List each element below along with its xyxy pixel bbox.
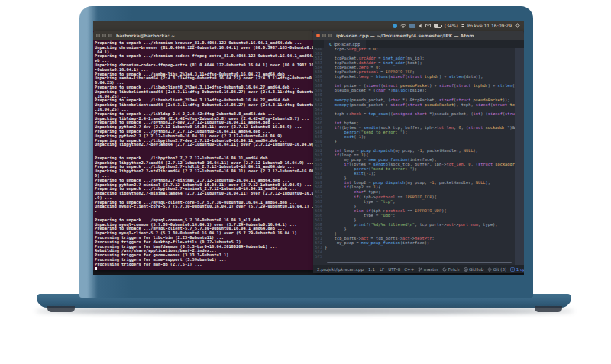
session-gear-icon[interactable] xyxy=(515,23,520,28)
battery-percentage[interactable]: (34%) xyxy=(445,23,458,28)
editor-scrollbar[interactable] xyxy=(515,48,524,265)
line-number: 562 xyxy=(313,195,322,199)
line-number: 548 xyxy=(313,130,322,134)
line-number: 575 xyxy=(313,254,322,259)
line-number: 542 xyxy=(313,102,322,107)
clock[interactable]: Po kvě 11 16:09:29 xyxy=(467,23,512,28)
mail-icon[interactable] xyxy=(425,24,431,27)
ubuntu-top-panel: (34%) Po kvě 11 16:09:29 xyxy=(93,21,524,31)
atom-status-bar: 2.projekt/ipk-scan.cpp 1:1 LFUTF-8C++mas… xyxy=(313,265,524,273)
atom-title: ipk-scan.cpp — ~/Dokumenty/4.semester/IP… xyxy=(336,33,474,38)
status-item-label: UTF-8 xyxy=(388,267,400,272)
atom-close-button[interactable] xyxy=(316,34,320,37)
code-line xyxy=(325,254,515,259)
terminal-title: barborka@barborka: ~ xyxy=(116,33,175,38)
c-file-icon: C xyxy=(329,42,332,47)
atom-titlebar[interactable]: ipk-scan.cpp — ~/Dokumenty/4.semester/IP… xyxy=(313,31,524,40)
line-number: 566 xyxy=(313,213,322,217)
tab-label: ipk-scan.cpp xyxy=(334,42,360,47)
status-item-label: LF xyxy=(380,267,384,272)
code-line: printf("%d/%s filtered\n", tcp_ports->ac… xyxy=(325,222,515,227)
line-number: 561 xyxy=(313,189,322,194)
keyboard-indicator-icon[interactable] xyxy=(409,24,415,28)
branch-icon xyxy=(418,267,422,272)
status-item-fetch[interactable]: Fetch xyxy=(442,267,459,272)
terminal-line: Unpacking libpython2.7-dev:amd64 (2.7.12… xyxy=(95,143,313,147)
terminal-line: Unpacking mysql-client-core-5.7 (5.7.30-… xyxy=(95,205,313,209)
terminal-cursor xyxy=(95,267,97,270)
code-area[interactable]: tcph->urg_ptr = 0; tcpPacket.srcAddr = i… xyxy=(325,48,515,265)
terminal-cursor-line xyxy=(95,267,313,270)
line-number: 541 xyxy=(313,98,322,102)
terminal-minimize-button[interactable] xyxy=(102,34,106,37)
terminal-maximize-button[interactable] xyxy=(108,34,112,37)
status-item-git-3-[interactable]: Git (3) xyxy=(487,267,506,272)
atom-maximize-button[interactable] xyxy=(328,34,332,37)
terminal-line: Unpacking libpython2.7-minimal:amd64 (2.… xyxy=(95,192,313,196)
line-number: 547 xyxy=(313,125,322,130)
status-item-label: 1 update xyxy=(516,267,524,272)
line-number: 569 xyxy=(313,227,322,231)
line-number: 567 xyxy=(313,217,322,222)
status-item-master[interactable]: master xyxy=(418,267,438,272)
git-icon xyxy=(487,267,492,272)
status-item-lf[interactable]: LF xyxy=(380,267,384,272)
screen: (34%) Po kvě 11 16:09:29 barborka@barbor… xyxy=(93,21,524,275)
atom-tab-bar: C ipk-scan.cpp xyxy=(313,40,524,48)
status-item-label: master xyxy=(424,267,438,272)
line-number: 563 xyxy=(313,199,322,204)
terminal-close-button[interactable] xyxy=(96,34,100,37)
terminal-window: barborka@barborka: ~ Preparing to unpack… xyxy=(93,31,313,270)
terminal-line: Preparing to unpack .../chromium-codecs-… xyxy=(95,54,313,59)
status-item-github[interactable]: GitHub xyxy=(464,267,484,272)
status-file-path[interactable]: 2.projekt/ipk-scan.cpp xyxy=(317,267,364,272)
terminal-line: Unpacking chromium-browser (81.0.4044.12… xyxy=(95,46,313,50)
status-item-label: C++ xyxy=(404,267,414,272)
status-item-label: Fetch xyxy=(448,267,460,272)
line-number: 546 xyxy=(313,121,322,125)
github-icon xyxy=(464,267,468,272)
status-right-items: LFUTF-8C++masterFetchGitHubGit (3)1 upda… xyxy=(380,267,524,272)
tab-ipk-scan-cpp[interactable]: C ipk-scan.cpp xyxy=(324,40,366,48)
terminal-titlebar[interactable]: barborka@barborka: ~ xyxy=(93,31,313,40)
terminal-line: Unpacking samba-libs:amd64 (2:4.3.11+dfs… xyxy=(95,76,313,81)
status-item-label: Git (3) xyxy=(493,267,507,272)
network-arrows-icon[interactable] xyxy=(461,24,464,27)
wifi-icon[interactable] xyxy=(400,24,406,28)
line-number: 565 xyxy=(313,208,322,213)
code-line: tcph->check = tcp_csum((unsigned short *… xyxy=(325,111,515,116)
app-indicator-icon[interactable] xyxy=(393,24,397,28)
laptop-lid: (34%) Po kvě 11 16:09:29 barborka@barbor… xyxy=(79,6,533,298)
horizontal-scrollbar[interactable] xyxy=(327,262,512,263)
status-item-utf-8[interactable]: UTF-8 xyxy=(388,267,400,272)
update-icon xyxy=(510,267,515,272)
line-number: 564 xyxy=(313,204,322,208)
line-number-gutter: 5305315325335345355365375385395405415425… xyxy=(313,48,325,265)
line-number: 544 xyxy=(313,111,322,116)
volume-icon[interactable] xyxy=(419,24,422,28)
line-number: 540 xyxy=(313,92,322,97)
battery-icon[interactable] xyxy=(434,24,441,28)
terminal-output[interactable]: Preparing to unpack .../chromium-browser… xyxy=(93,40,313,270)
sync-icon xyxy=(442,267,447,272)
line-number: 545 xyxy=(313,116,322,121)
atom-window: ipk-scan.cpp — ~/Dokumenty/4.semester/IP… xyxy=(313,31,524,273)
status-item-c-[interactable]: C++ xyxy=(404,267,414,272)
status-item-1-update[interactable]: 1 update xyxy=(510,267,524,272)
terminal-line: Unpacking libpython2.7-stdlib:amd64 (2.7… xyxy=(95,169,313,174)
status-cursor-position[interactable]: 1:1 xyxy=(368,267,375,272)
line-number: 568 xyxy=(313,222,322,227)
code-line: memcpy(pseudo_packet + sizeof(struct pse… xyxy=(325,102,515,107)
code-editor[interactable]: 5305315325335345355365375385395405415425… xyxy=(313,48,524,265)
atom-minimize-button[interactable] xyxy=(322,34,326,37)
laptop-shadow xyxy=(35,308,574,314)
status-item-label: GitHub xyxy=(469,267,483,272)
line-number: 543 xyxy=(313,107,322,111)
